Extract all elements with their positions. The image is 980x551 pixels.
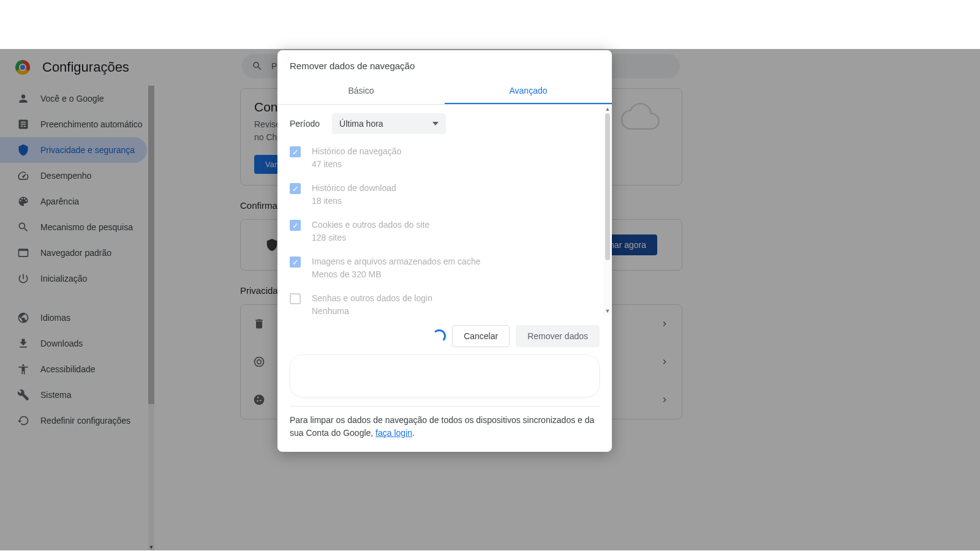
- checkbox-text: Histórico de navegação 47 itens: [312, 145, 401, 171]
- footer-placeholder: [290, 354, 600, 397]
- time-range-value: Última hora: [339, 119, 383, 129]
- dialog-scrollbar[interactable]: ▲ ▼: [603, 105, 612, 315]
- check-row-passwords: Senhas e outros dados de login Nenhuma: [290, 292, 591, 315]
- dialog-tabs: Básico Avançado: [277, 78, 612, 105]
- checkbox-download-history[interactable]: ✓: [290, 183, 301, 194]
- check-row-cache: ✓ Imagens e arquivos armazenados em cach…: [290, 255, 591, 281]
- check-row-cookies: ✓ Cookies e outros dados do site 128 sit…: [290, 219, 591, 244]
- check-title: Senhas e outros dados de login: [312, 292, 432, 305]
- dialog-footer: Cancelar Remover dados Para limpar os da…: [277, 315, 612, 452]
- check-title: Histórico de download: [312, 182, 396, 195]
- remove-data-button[interactable]: Remover dados: [516, 325, 600, 347]
- checkbox-text: Senhas e outros dados de login Nenhuma: [312, 292, 432, 315]
- checkbox-passwords[interactable]: [290, 293, 301, 304]
- check-row-download-history: ✓ Histórico de download 18 itens: [290, 182, 591, 208]
- dialog-scroll-thumb[interactable]: [605, 113, 610, 260]
- footer-text: Para limpar os dados de navegação de tod…: [290, 415, 594, 438]
- tab-advanced[interactable]: Avançado: [445, 78, 612, 104]
- checkbox-cache[interactable]: ✓: [290, 257, 301, 268]
- time-range-select[interactable]: Última hora: [332, 113, 446, 134]
- check-title: Cookies e outros dados do site: [312, 219, 429, 231]
- checkbox-text: Cookies e outros dados do site 128 sites: [312, 219, 429, 244]
- footer-divider: [290, 406, 600, 407]
- time-range-row: Período Última hora: [290, 113, 591, 134]
- time-range-label: Período: [290, 119, 320, 129]
- sign-in-link[interactable]: faça login: [375, 428, 412, 438]
- check-title: Imagens e arquivos armazenados em cache: [312, 255, 480, 268]
- check-sub: 47 itens: [312, 158, 401, 171]
- check-sub: 128 sites: [312, 231, 429, 244]
- dropdown-arrow-icon: [432, 122, 439, 126]
- dialog-body: Período Última hora ✓ Histórico de naveg…: [277, 105, 612, 315]
- dialog-title: Remover dados de navegação: [277, 50, 612, 78]
- chevron-down-icon[interactable]: ▼: [603, 308, 612, 314]
- check-title: Histórico de navegação: [312, 145, 401, 158]
- tab-basic[interactable]: Básico: [277, 78, 445, 104]
- footer-note: Para limpar os dados de navegação de tod…: [290, 414, 600, 440]
- check-sub: Nenhuma: [312, 305, 432, 315]
- chevron-up-icon[interactable]: ▲: [603, 106, 612, 112]
- check-sub: 18 itens: [312, 195, 396, 208]
- dialog-actions: Cancelar Remover dados: [290, 325, 600, 347]
- loading-spinner-icon: [432, 329, 446, 343]
- clear-browsing-data-dialog: Remover dados de navegação Básico Avança…: [277, 50, 612, 452]
- dialog-scroll-area: Período Última hora ✓ Histórico de naveg…: [277, 105, 603, 315]
- checkbox-text: Imagens e arquivos armazenados em cache …: [312, 255, 480, 281]
- checkbox-text: Histórico de download 18 itens: [312, 182, 396, 208]
- checkbox-browsing-history[interactable]: ✓: [290, 146, 301, 157]
- cancel-button[interactable]: Cancelar: [452, 325, 510, 347]
- check-sub: Menos de 320 MB: [312, 268, 480, 281]
- checkbox-cookies[interactable]: ✓: [290, 220, 301, 231]
- check-row-browsing-history: ✓ Histórico de navegação 47 itens: [290, 145, 591, 171]
